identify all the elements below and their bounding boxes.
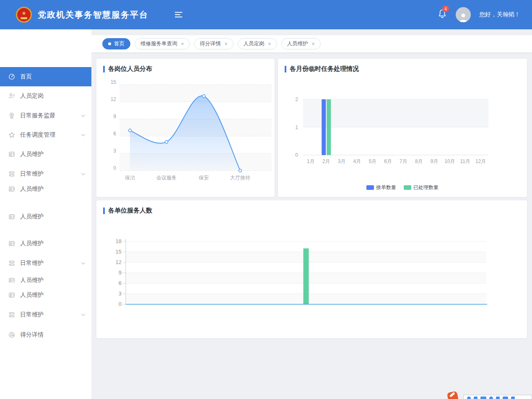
- active-tab-dot-icon: [108, 42, 111, 45]
- tabs-bar: 首页维修服务单查询×得分详情×人员定岗×人员维护×: [91, 35, 532, 53]
- notifications-button[interactable]: 4: [437, 8, 447, 21]
- svg-text:大厅接待: 大厅接待: [230, 175, 250, 181]
- id-card-icon: [8, 292, 15, 298]
- card-header: 各岗位人员分布: [103, 65, 152, 73]
- hamburger-icon: [174, 11, 183, 18]
- tab-label: 维修服务单查询: [140, 40, 177, 47]
- sidebar-collapse-button[interactable]: [174, 11, 183, 18]
- sidebar-item-label: 人员维护: [20, 240, 44, 247]
- monitor-icon: [8, 112, 15, 119]
- svg-text:6: 6: [113, 131, 116, 137]
- svg-text:0: 0: [113, 165, 116, 171]
- list-icon: [8, 260, 15, 267]
- sidebar-item-4[interactable]: 人员维护: [0, 145, 91, 164]
- sidebar-item-7[interactable]: 人员维护: [0, 207, 91, 226]
- legend-swatch-icon: [404, 185, 411, 190]
- id-card-icon: [8, 151, 15, 158]
- chevron-down-icon: [81, 314, 86, 316]
- emblem-star-icon: ★: [21, 10, 26, 16]
- capture-tool-icon[interactable]: [511, 396, 515, 399]
- svg-text:保安: 保安: [199, 175, 209, 181]
- sidebar-item-label: 人员定岗: [20, 92, 44, 100]
- chart-legend[interactable]: 接单数量已处理数量: [278, 184, 527, 191]
- tab-close-icon[interactable]: ×: [268, 41, 271, 47]
- id-card-icon: [8, 240, 15, 247]
- tab-label: 得分详情: [200, 40, 221, 47]
- svg-text:3月: 3月: [338, 158, 346, 164]
- svg-text:7月: 7月: [400, 158, 407, 164]
- tab-1[interactable]: 维修服务单查询×: [135, 38, 190, 49]
- tab-close-icon[interactable]: ×: [225, 41, 228, 47]
- emblem-gate-icon: [21, 17, 27, 19]
- capture-tool-icon[interactable]: [489, 396, 493, 399]
- legend-item[interactable]: 已处理数量: [404, 184, 439, 191]
- capture-tool-icon[interactable]: [503, 396, 508, 399]
- card-monthly-tasks: 各月份临时任务处理情况 0121月2月3月4月5月6月7月8月9月10月11月1…: [278, 59, 527, 197]
- tab-close-icon[interactable]: ×: [312, 41, 315, 47]
- svg-text:15: 15: [116, 249, 122, 255]
- svg-text:9: 9: [113, 114, 116, 119]
- capture-tool-icon[interactable]: [496, 396, 500, 399]
- id-card-icon: [8, 213, 15, 220]
- legend-item[interactable]: 接单数量: [366, 184, 396, 191]
- unit-service-chart[interactable]: 0369121518: [96, 200, 527, 338]
- sidebar-item-label: 得分详情: [20, 331, 44, 339]
- title-accent-bar: [103, 207, 105, 214]
- id-card-icon: [8, 277, 15, 282]
- svg-text:6: 6: [119, 280, 122, 286]
- score-icon: [8, 332, 15, 338]
- capture-tool-icon[interactable]: [480, 396, 486, 399]
- svg-text:12: 12: [116, 259, 122, 265]
- sidebar-item-label: 日常维护: [20, 311, 44, 319]
- sidebar-item-0-active[interactable]: 首页: [0, 67, 91, 86]
- svg-text:0: 0: [295, 152, 298, 158]
- sidebar: 首页人员定岗日常服务监督任务调度管理人员维护日常维护人员维护人员维护人员维护日常…: [0, 29, 91, 399]
- sidebar-item-9[interactable]: 日常维护: [0, 254, 91, 273]
- svg-text:9月: 9月: [431, 158, 439, 164]
- svg-text:2月: 2月: [322, 158, 330, 164]
- sidebar-item-12[interactable]: 日常维护: [0, 305, 91, 324]
- tab-2[interactable]: 得分详情×: [194, 38, 234, 49]
- tab-close-icon[interactable]: ×: [181, 41, 184, 47]
- monthly-tasks-chart[interactable]: 0121月2月3月4月5月6月7月8月9月10月11月12月: [278, 59, 527, 197]
- chevron-down-icon: [81, 114, 86, 117]
- tab-0-active[interactable]: 首页: [102, 38, 130, 49]
- sidebar-item-2[interactable]: 日常服务监督: [0, 106, 91, 125]
- sidebar-item-10[interactable]: 人员维护: [0, 277, 91, 282]
- post-distribution-chart[interactable]: 03691215保洁会议服务保安大厅接待: [96, 59, 275, 197]
- capture-tool-logo-icon[interactable]: [447, 391, 459, 399]
- app-header: ★ 党政机关事务智慧服务平台 4: [0, 0, 532, 29]
- svg-text:12: 12: [111, 96, 117, 102]
- svg-text:15: 15: [111, 79, 117, 85]
- national-emblem-logo: ★: [16, 7, 32, 23]
- svg-text:9: 9: [119, 269, 122, 276]
- card-unit-service: 各单位服务人数 0369121518: [96, 200, 527, 338]
- sidebar-item-1[interactable]: 人员定岗: [0, 86, 91, 106]
- sidebar-item-8[interactable]: 人员维护: [0, 234, 91, 253]
- card-post-distribution: 各岗位人员分布 03691215保洁会议服务保安大厅接待: [96, 59, 275, 197]
- sidebar-item-label: 人员维护: [20, 150, 44, 158]
- sidebar-item-6[interactable]: 人员维护: [0, 179, 91, 199]
- chart-title-unit-service: 各单位服务人数: [108, 207, 152, 215]
- sidebar-item-label: 日常维护: [20, 259, 44, 267]
- capture-tool-icon[interactable]: [474, 396, 478, 399]
- capture-tool-icon[interactable]: [467, 396, 471, 399]
- tab-label: 人员维护: [287, 40, 308, 47]
- sidebar-item-13[interactable]: 得分详情: [0, 325, 91, 345]
- screen-capture-toolbar[interactable]: [463, 395, 532, 399]
- svg-text:6月: 6月: [384, 158, 392, 164]
- svg-text:5月: 5月: [369, 158, 376, 164]
- tab-label: 人员定岗: [244, 40, 265, 47]
- id-card-icon: [8, 186, 15, 192]
- sidebar-item-3[interactable]: 任务调度管理: [0, 125, 91, 145]
- tab-4[interactable]: 人员维护×: [281, 38, 321, 49]
- svg-text:18: 18: [116, 238, 122, 244]
- list-icon: [8, 171, 15, 177]
- svg-text:3: 3: [119, 290, 122, 297]
- tab-3[interactable]: 人员定岗×: [238, 38, 277, 49]
- svg-text:12月: 12月: [475, 158, 486, 164]
- legend-swatch-icon: [366, 185, 374, 190]
- dashboard-icon: [8, 73, 15, 80]
- avatar[interactable]: [456, 7, 471, 22]
- sidebar-item-11[interactable]: 人员维护: [0, 285, 91, 305]
